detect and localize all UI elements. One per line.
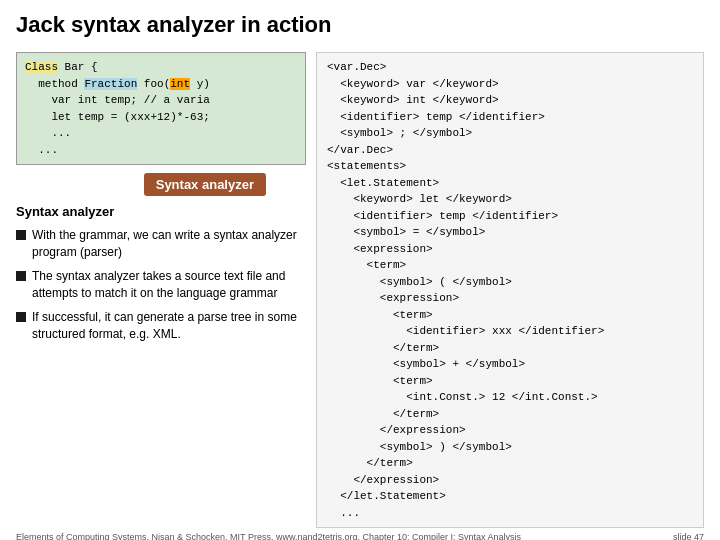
class-highlight: Class xyxy=(25,61,58,73)
footer-right: slide 47 xyxy=(673,532,704,540)
slide-title: Jack syntax analyzer in action xyxy=(16,12,704,42)
footer: Elements of Computing Systems, Nisan & S… xyxy=(16,532,704,540)
bullet-icon-2 xyxy=(16,271,26,281)
syntax-arrow-label: Syntax analyzer xyxy=(144,173,266,196)
int-highlight: int xyxy=(170,78,190,90)
content-area: Class Bar { method Fraction foo(int y) v… xyxy=(16,52,704,528)
bullet-item-1: With the grammar, we can write a syntax … xyxy=(16,227,306,262)
slide: Jack syntax analyzer in action Class Bar… xyxy=(0,0,720,540)
fraction-highlight: Fraction xyxy=(84,78,137,90)
bullet-icon-3 xyxy=(16,312,26,322)
bullet-item-3: If successful, it can generate a parse t… xyxy=(16,309,306,344)
footer-left: Elements of Computing Systems, Nisan & S… xyxy=(16,532,521,540)
bullet-icon-1 xyxy=(16,230,26,240)
left-panel: Class Bar { method Fraction foo(int y) v… xyxy=(16,52,306,528)
bullet-section: Syntax analyzer With the grammar, we can… xyxy=(16,204,306,528)
code-box: Class Bar { method Fraction foo(int y) v… xyxy=(16,52,306,165)
bullet-text-1: With the grammar, we can write a syntax … xyxy=(32,227,306,262)
right-panel: <var.Dec> <keyword> var </keyword> <keyw… xyxy=(316,52,704,528)
bullet-text-3: If successful, it can generate a parse t… xyxy=(32,309,306,344)
bullet-text-2: The syntax analyzer takes a source text … xyxy=(32,268,306,303)
bullet-item-2: The syntax analyzer takes a source text … xyxy=(16,268,306,303)
xml-output: <var.Dec> <keyword> var </keyword> <keyw… xyxy=(327,59,693,521)
bullet-heading: Syntax analyzer xyxy=(16,204,306,219)
code-text: Class Bar { method Fraction foo(int y) v… xyxy=(25,59,297,158)
